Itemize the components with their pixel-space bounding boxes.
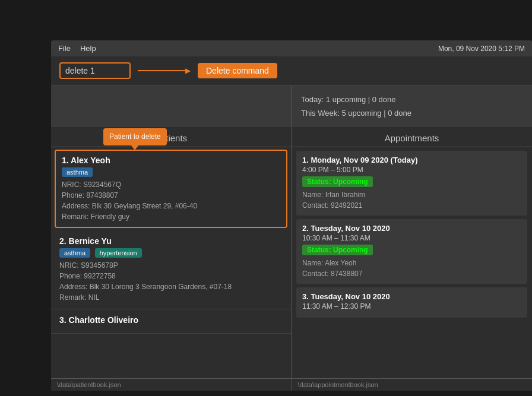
appointment-item-3[interactable]: 3. Tuesday, Nov 10 2020 11:30 AM – 12:30… xyxy=(296,287,527,318)
appt-3-date: 3. Tuesday, Nov 10 2020 xyxy=(302,292,521,301)
appt-2-contact: Contact: 87438807 xyxy=(302,268,521,279)
content-area: Patients 1. Alex Yeoh asthma NRIC: S9234… xyxy=(51,127,532,378)
patient-2-tags: asthma hypertension xyxy=(59,248,283,260)
menu-bar: File Help Mon, 09 Nov 2020 5:12 PM xyxy=(51,40,532,56)
patient-2-phone: Phone: 99272758 xyxy=(59,271,283,281)
upper-left-empty xyxy=(51,85,292,127)
appointment-item-1[interactable]: 1. Monday, Nov 09 2020 (Today) 4:00 PM –… xyxy=(296,151,527,216)
app-window: File Help Mon, 09 Nov 2020 5:12 PM delet… xyxy=(51,40,532,391)
appt-2-name: Name: Alex Yeoh xyxy=(302,258,521,268)
status-bar: \data\patientbook.json \data\appointment… xyxy=(51,378,532,391)
tag-asthma-1: asthma xyxy=(62,167,93,177)
command-input-wrapper[interactable]: delete 1 xyxy=(59,62,131,79)
patient-list[interactable]: 1. Alex Yeoh asthma NRIC: S9234567Q Phon… xyxy=(51,147,291,378)
patient-2-address: Address: Blk 30 Lorong 3 Serangoon Garde… xyxy=(59,281,283,292)
patient-item-2[interactable]: 2. Bernice Yu asthma hypertension NRIC: … xyxy=(51,230,291,309)
stats-today: Today: 1 upcoming | 0 done xyxy=(301,93,522,106)
patient-1-name: 1. Alex Yeoh xyxy=(62,156,280,165)
patients-panel: Patients 1. Alex Yeoh asthma NRIC: S9234… xyxy=(51,127,292,378)
command-bar: delete 1 Delete command xyxy=(51,56,532,85)
status-right: \data\appointmentbook.json xyxy=(292,379,533,391)
appt-1-time: 4:00 PM – 5:00 PM xyxy=(302,166,521,174)
stats-week: This Week: 5 upcoming | 0 done xyxy=(301,106,522,120)
command-label: Delete command xyxy=(198,63,277,78)
patient-2-remark: Remark: NIL xyxy=(59,292,283,303)
patient-1-phone: Phone: 87438807 xyxy=(62,190,280,201)
menu-file[interactable]: File xyxy=(58,44,71,53)
patient-1-nric: NRIC: S9234567Q xyxy=(62,179,280,190)
patient-1-tags: asthma xyxy=(62,167,280,179)
patient-1-remark: Remark: Friendly guy xyxy=(62,211,280,222)
upper-section: Today: 1 upcoming | 0 done This Week: 5 … xyxy=(51,85,532,127)
tag-hypertension-2: hypertension xyxy=(95,248,142,258)
command-input-text: delete 1 xyxy=(65,66,95,75)
appt-1-date: 1. Monday, Nov 09 2020 (Today) xyxy=(302,156,521,164)
appt-2-time: 10:30 AM – 11:30 AM xyxy=(302,234,521,242)
patient-item-1[interactable]: 1. Alex Yeoh asthma NRIC: S9234567Q Phon… xyxy=(55,150,287,228)
patient-3-name: 3. Charlotte Oliveiro xyxy=(59,315,283,325)
patient-1-address: Address: Blk 30 Geylang Street 29, #06-4… xyxy=(62,201,280,211)
appt-1-name: Name: Irfan Ibrahim xyxy=(302,189,521,200)
appt-2-status: Status: Upcoming xyxy=(302,245,373,255)
command-arrow xyxy=(138,66,191,75)
appointment-item-2[interactable]: 2. Tuesday, Nov 10 2020 10:30 AM – 11:30… xyxy=(296,219,527,284)
patient-2-nric: NRIC: S9345678P xyxy=(59,260,283,271)
appointment-list[interactable]: 1. Monday, Nov 09 2020 (Today) 4:00 PM –… xyxy=(292,147,532,378)
appt-2-date: 2. Tuesday, Nov 10 2020 xyxy=(302,224,521,233)
appointments-panel: Appointments 1. Monday, Nov 09 2020 (Tod… xyxy=(292,127,532,378)
patients-header: Patients xyxy=(51,127,291,147)
appt-3-time: 11:30 AM – 12:30 PM xyxy=(302,302,521,311)
appointments-header: Appointments xyxy=(292,127,532,147)
appt-1-contact: Contact: 92492021 xyxy=(302,200,521,211)
status-left: \data\patientbook.json xyxy=(51,379,292,391)
patient-item-3[interactable]: 3. Charlotte Oliveiro xyxy=(51,309,291,334)
menu-help[interactable]: Help xyxy=(80,44,96,53)
datetime-display: Mon, 09 Nov 2020 5:12 PM xyxy=(438,45,525,53)
patient-2-name: 2. Bernice Yu xyxy=(59,236,283,246)
stats-panel: Today: 1 upcoming | 0 done This Week: 5 … xyxy=(292,88,532,125)
tag-asthma-2: asthma xyxy=(59,248,90,258)
appt-1-status: Status: Upcoming xyxy=(302,176,373,187)
patient-delete-tooltip: Patient to delete xyxy=(103,128,167,145)
